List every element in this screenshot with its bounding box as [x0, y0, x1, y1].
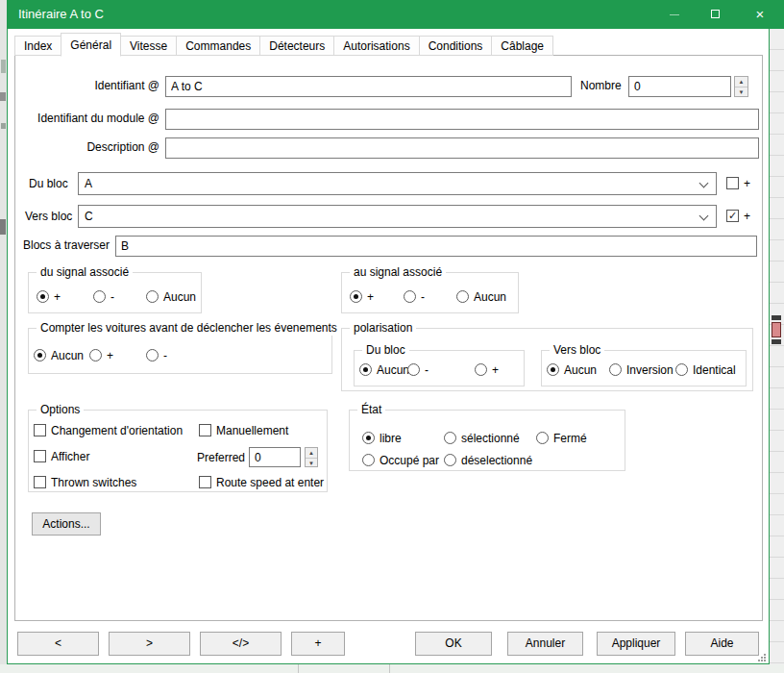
radio-etat-selectionne[interactable]: sélectionné: [444, 431, 520, 445]
radio-icon: [89, 349, 102, 361]
tab-vitesse[interactable]: Vitesse: [120, 36, 177, 56]
group-polarisation-vers-bloc-legend: Vers bloc: [550, 343, 604, 358]
tab-general[interactable]: Général: [61, 33, 121, 57]
tab-detecteurs[interactable]: Détecteurs: [259, 36, 334, 56]
radio-label: -: [110, 290, 114, 304]
group-etat: État libre sélectionné Fermé Occupé par: [349, 410, 625, 471]
radio-label: +: [54, 290, 61, 304]
background-divider: [298, 664, 299, 673]
checkbox-afficher[interactable]: Afficher: [34, 449, 89, 463]
nav-code-button[interactable]: </>: [200, 632, 282, 656]
nombre-input[interactable]: [628, 76, 731, 97]
tab-cablage[interactable]: Câblage: [491, 36, 553, 56]
spinner-up-icon[interactable]: ▲: [735, 77, 747, 87]
nav-next-button[interactable]: >: [109, 632, 190, 656]
checkbox-label: Thrown switches: [51, 476, 136, 489]
annuler-button[interactable]: Annuler: [507, 632, 583, 656]
nombre-spinner[interactable]: ▲▼: [734, 76, 748, 97]
radio-icon: [146, 349, 159, 361]
du-bloc-combobox[interactable]: A: [78, 172, 717, 195]
aide-button[interactable]: Aide: [685, 632, 759, 656]
blocs-a-traverser-input[interactable]: [115, 236, 757, 257]
tab-conditions[interactable]: Conditions: [419, 36, 493, 56]
preferred-input[interactable]: [249, 447, 301, 467]
vers-bloc-plus-checkbox[interactable]: +: [726, 209, 750, 223]
radio-label: +: [367, 290, 374, 304]
tab-autorisations[interactable]: Autorisations: [333, 36, 419, 56]
radio-au-signal-minus[interactable]: -: [404, 289, 425, 304]
background-red-cell: [772, 322, 781, 337]
tab-index[interactable]: Index: [14, 36, 61, 56]
checkbox-route-speed[interactable]: Route speed at enter: [199, 475, 324, 489]
minimize-icon: [670, 14, 679, 15]
radio-compter-minus[interactable]: -: [146, 348, 167, 362]
radio-label: Inversion: [626, 363, 674, 377]
radio-etat-occupe-par[interactable]: Occupé par: [362, 453, 439, 467]
radio-label: -: [421, 290, 425, 304]
radio-etat-ferme[interactable]: Fermé: [536, 431, 587, 445]
identifiant-input[interactable]: [165, 76, 572, 97]
nav-prev-button[interactable]: <: [17, 632, 99, 656]
checkbox-label: Manuellement: [216, 424, 288, 437]
radio-polar-vers-aucun[interactable]: Aucun: [547, 362, 597, 377]
preferred-spinner[interactable]: ▲▼: [305, 447, 318, 467]
radio-polar-vers-identical[interactable]: Identical: [675, 362, 736, 377]
radio-polar-du-minus[interactable]: -: [407, 362, 429, 377]
background-cell: [772, 339, 781, 344]
radio-label: Aucun: [377, 363, 409, 377]
radio-compter-aucun[interactable]: Aucun: [34, 348, 84, 362]
maximize-button[interactable]: [696, 0, 734, 29]
titlebar[interactable]: Itinéraire A to C ×: [7, 0, 784, 29]
spinner-up-icon[interactable]: ▲: [306, 448, 317, 459]
radio-polar-vers-inversion[interactable]: Inversion: [609, 362, 674, 377]
nav-add-button[interactable]: +: [291, 632, 345, 656]
radio-au-signal-aucun[interactable]: Aucun: [456, 289, 506, 304]
spinner-down-icon[interactable]: ▼: [306, 459, 317, 468]
checkbox-thrown-switches[interactable]: Thrown switches: [34, 475, 136, 489]
radio-label: -: [163, 349, 167, 362]
actions-button[interactable]: Actions...: [32, 512, 101, 536]
checkbox-manuellement[interactable]: Manuellement: [199, 423, 288, 437]
radio-du-signal-aucun[interactable]: Aucun: [146, 289, 196, 304]
tab-bar: Index Général Vitesse Commandes Détecteu…: [14, 32, 552, 56]
radio-icon: [675, 363, 688, 376]
radio-polar-du-aucun[interactable]: Aucun: [359, 362, 409, 377]
tab-commandes[interactable]: Commandes: [176, 36, 260, 56]
checkbox-label: Afficher: [51, 450, 89, 463]
du-bloc-plus-checkbox[interactable]: +: [726, 176, 750, 190]
vers-bloc-plus-label: +: [744, 210, 750, 223]
checkbox-icon: [199, 476, 211, 488]
group-au-signal-legend: au signal associé: [350, 265, 446, 280]
group-options-legend: Options: [37, 403, 84, 417]
checkbox-label: Route speed at enter: [216, 476, 324, 489]
module-input[interactable]: [165, 109, 759, 130]
radio-label: +: [107, 349, 113, 362]
radio-etat-libre[interactable]: libre: [362, 431, 402, 445]
group-polarisation-vers-bloc: Vers bloc Aucun Inversion Identical: [541, 350, 747, 386]
radio-label: Aucun: [51, 349, 84, 362]
radio-etat-deselectionne[interactable]: déselectionné: [444, 453, 532, 467]
radio-icon: [444, 454, 456, 466]
radio-selected-icon: [34, 349, 46, 361]
close-button[interactable]: ×: [739, 0, 781, 29]
checkbox-changement-orientation[interactable]: Changement d'orientation: [34, 423, 183, 437]
resize-grip[interactable]: [758, 654, 766, 661]
vers-bloc-combobox[interactable]: C: [78, 205, 717, 228]
appliquer-button[interactable]: Appliquer: [597, 632, 675, 656]
radio-compter-plus[interactable]: +: [89, 348, 113, 362]
radio-label: déselectionné: [461, 454, 532, 467]
background-cell: [772, 315, 781, 320]
radio-au-signal-plus[interactable]: +: [350, 289, 374, 304]
description-input[interactable]: [165, 137, 759, 159]
background-fragment: [1, 123, 6, 129]
radio-polar-du-plus[interactable]: +: [475, 362, 499, 377]
radio-du-signal-minus[interactable]: -: [93, 289, 114, 304]
radio-icon: [362, 454, 375, 466]
minimize-button[interactable]: [655, 0, 694, 29]
vers-bloc-value: C: [85, 210, 93, 223]
background-divider: [389, 664, 390, 673]
checkbox-label: Changement d'orientation: [51, 424, 183, 437]
ok-button[interactable]: OK: [415, 632, 492, 656]
spinner-down-icon[interactable]: ▼: [735, 87, 747, 97]
radio-du-signal-plus[interactable]: +: [37, 289, 61, 304]
